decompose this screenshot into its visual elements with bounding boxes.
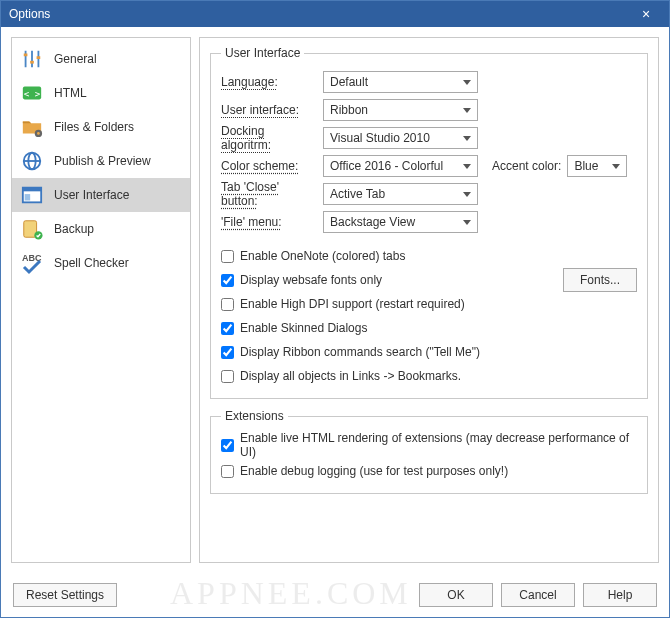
skinned-label: Enable Skinned Dialogs bbox=[240, 321, 367, 335]
svg-rect-4 bbox=[30, 61, 34, 64]
sidebar: General < > HTML Files & Folders Publish… bbox=[11, 37, 191, 563]
onenote-label: Enable OneNote (colored) tabs bbox=[240, 249, 405, 263]
sidebar-item-label: HTML bbox=[54, 86, 87, 100]
filemenu-label: 'File' menu: bbox=[221, 215, 317, 229]
svg-rect-14 bbox=[23, 188, 41, 192]
group-extensions: Extensions Enable live HTML rendering of… bbox=[210, 409, 648, 494]
help-button[interactable]: Help bbox=[583, 583, 657, 607]
linksbm-checkbox[interactable] bbox=[221, 370, 234, 383]
accent-label: Accent color: bbox=[492, 159, 561, 173]
hidpi-label: Enable High DPI support (restart require… bbox=[240, 297, 465, 311]
docking-label: Docking algoritrm: bbox=[221, 124, 317, 152]
close-icon[interactable]: × bbox=[631, 6, 661, 22]
onenote-checkbox[interactable] bbox=[221, 250, 234, 263]
sidebar-item-label: Publish & Preview bbox=[54, 154, 151, 168]
sidebar-item-spellchecker[interactable]: ABC Spell Checker bbox=[12, 246, 190, 280]
language-combo[interactable]: Default bbox=[323, 71, 478, 93]
sidebar-item-userinterface[interactable]: User Interface bbox=[12, 178, 190, 212]
titlebar: Options × bbox=[1, 1, 669, 27]
folder-gear-icon bbox=[20, 115, 44, 139]
group-user-interface: User Interface Language: Default User in… bbox=[210, 46, 648, 399]
ext-debug-checkbox[interactable] bbox=[221, 465, 234, 478]
window-icon bbox=[20, 183, 44, 207]
sidebar-item-files[interactable]: Files & Folders bbox=[12, 110, 190, 144]
svg-text:< >: < > bbox=[24, 88, 41, 99]
sidebar-item-label: Spell Checker bbox=[54, 256, 129, 270]
sidebar-item-label: Backup bbox=[54, 222, 94, 236]
websafe-label: Display websafe fonts only bbox=[240, 273, 382, 287]
tellme-label: Display Ribbon commands search ("Tell Me… bbox=[240, 345, 480, 359]
sidebar-item-publish[interactable]: Publish & Preview bbox=[12, 144, 190, 178]
svg-rect-5 bbox=[37, 56, 41, 59]
window-title: Options bbox=[9, 7, 631, 21]
userinterface-combo[interactable]: Ribbon bbox=[323, 99, 478, 121]
tabclose-combo[interactable]: Active Tab bbox=[323, 183, 478, 205]
ext-live-label: Enable live HTML rendering of extensions… bbox=[240, 431, 637, 459]
sliders-icon bbox=[20, 47, 44, 71]
sidebar-item-label: Files & Folders bbox=[54, 120, 134, 134]
linksbm-label: Display all objects in Links -> Bookmark… bbox=[240, 369, 461, 383]
sidebar-item-label: General bbox=[54, 52, 97, 66]
svg-point-9 bbox=[37, 132, 40, 135]
tellme-checkbox[interactable] bbox=[221, 346, 234, 359]
ext-debug-label: Enable debug logging (use for test purpo… bbox=[240, 464, 508, 478]
group-legend: User Interface bbox=[221, 46, 304, 60]
filemenu-combo[interactable]: Backstage View bbox=[323, 211, 478, 233]
group-legend: Extensions bbox=[221, 409, 288, 423]
colorscheme-combo[interactable]: Office 2016 - Colorful bbox=[323, 155, 478, 177]
ext-live-checkbox[interactable] bbox=[221, 439, 234, 452]
options-window: Options × General < > HTML Files & F bbox=[0, 0, 670, 618]
footer: Reset Settings OK Cancel Help bbox=[1, 573, 669, 617]
svg-rect-15 bbox=[25, 194, 31, 200]
language-label: Language: bbox=[221, 75, 317, 89]
userinterface-label: User interface: bbox=[221, 103, 317, 117]
code-icon: < > bbox=[20, 81, 44, 105]
hidpi-checkbox[interactable] bbox=[221, 298, 234, 311]
sidebar-item-general[interactable]: General bbox=[12, 42, 190, 76]
fonts-button[interactable]: Fonts... bbox=[563, 268, 637, 292]
svg-rect-3 bbox=[24, 54, 28, 57]
cancel-button[interactable]: Cancel bbox=[501, 583, 575, 607]
accent-combo[interactable]: Blue bbox=[567, 155, 627, 177]
globe-icon bbox=[20, 149, 44, 173]
content-panel: User Interface Language: Default User in… bbox=[199, 37, 659, 563]
reset-button[interactable]: Reset Settings bbox=[13, 583, 117, 607]
sidebar-item-backup[interactable]: Backup bbox=[12, 212, 190, 246]
websafe-checkbox[interactable] bbox=[221, 274, 234, 287]
sidebar-item-html[interactable]: < > HTML bbox=[12, 76, 190, 110]
docking-combo[interactable]: Visual Studio 2010 bbox=[323, 127, 478, 149]
spellcheck-icon: ABC bbox=[20, 251, 44, 275]
ok-button[interactable]: OK bbox=[419, 583, 493, 607]
colorscheme-label: Color scheme: bbox=[221, 159, 317, 173]
backup-icon bbox=[20, 217, 44, 241]
skinned-checkbox[interactable] bbox=[221, 322, 234, 335]
sidebar-item-label: User Interface bbox=[54, 188, 129, 202]
tabclose-label: Tab 'Close' button: bbox=[221, 180, 317, 208]
